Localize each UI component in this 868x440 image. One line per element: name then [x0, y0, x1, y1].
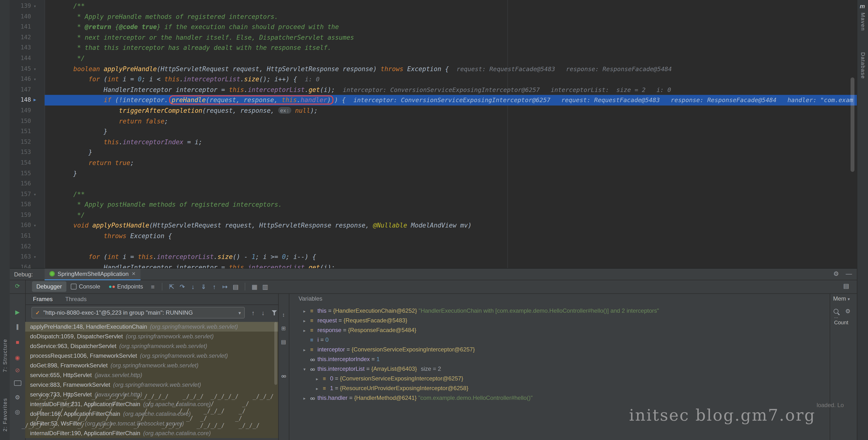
fold-marker-icon[interactable]: ▾	[31, 1, 39, 11]
frame-row[interactable]: doDispatch:1059, DispatcherServlet(org.s…	[25, 332, 278, 341]
variable-row[interactable]: ▸≡this = {HandlerExecutionChain@6252} "H…	[289, 306, 830, 315]
code-line[interactable]: }	[44, 126, 857, 137]
frame-row[interactable]: processRequest:1006, FrameworkServlet(or…	[25, 351, 278, 361]
code-line[interactable]: for (int i = this.interceptorList.size()…	[44, 252, 857, 262]
code-line[interactable]	[44, 179, 857, 189]
variable-row[interactable]: ▾oothis.interceptorList = {ArrayList@640…	[289, 364, 830, 374]
pause-icon[interactable]: ∥	[10, 323, 25, 330]
memory-view-icon[interactable]: ▤	[843, 282, 849, 290]
variable-row[interactable]: ▸≡1 = {ResourceUrlProviderExposingInterc…	[289, 383, 830, 393]
fold-marker-icon[interactable]: ▾	[31, 221, 39, 231]
code-line[interactable]: return true;	[44, 158, 857, 168]
gutter-line[interactable]: 152	[10, 137, 44, 147]
chevron-right-icon[interactable]: ▸	[303, 316, 310, 325]
gutter-line[interactable]: 148▶	[10, 95, 44, 105]
memory-title[interactable]: Mem ▾	[833, 295, 850, 302]
tab-frames[interactable]: Frames	[33, 296, 53, 302]
gutter-line[interactable]: 155	[10, 168, 44, 179]
gutter-line[interactable]: 150	[10, 116, 44, 126]
resume-icon[interactable]: ▶	[10, 309, 25, 315]
gutter-line[interactable]: 159	[10, 210, 44, 221]
gutter-line[interactable]: 160▾	[10, 221, 44, 231]
mute-breakpoints-icon[interactable]: ⊘	[10, 367, 25, 374]
chevron-right-icon[interactable]: ▸	[303, 306, 310, 315]
variable-row[interactable]: ▸oothis.handler = {HandlerMethod@6241} "…	[289, 393, 830, 403]
code-line[interactable]: }	[44, 147, 857, 158]
code-line[interactable]: throws Exception {	[44, 231, 857, 241]
frame-down-icon[interactable]: ↓	[261, 309, 265, 316]
hamburger-menu-icon[interactable]: ≡	[147, 283, 158, 290]
gutter-line[interactable]: 151	[10, 126, 44, 137]
frame-row[interactable]: doGet:898, FrameworkServlet(org.springfr…	[25, 361, 278, 370]
frame-row[interactable]: internalDoFilter:190, ApplicationFilterC…	[25, 428, 278, 438]
code-line[interactable]: * @return {@code true} if the execution …	[44, 22, 857, 32]
gutter-line[interactable]: 145▾	[10, 64, 44, 74]
gutter-line[interactable]: 141	[10, 22, 44, 32]
code-line[interactable]: */	[44, 210, 857, 221]
code-line[interactable]: */	[44, 53, 857, 64]
frame-row[interactable]: doService:963, DispatcherServlet(org.spr…	[25, 341, 278, 351]
view-breakpoints-icon[interactable]: ◉	[10, 354, 25, 361]
chevron-right-icon[interactable]: ▸	[303, 345, 310, 354]
variable-row[interactable]: ▸≡0 = {ConversionServiceExposingIntercep…	[289, 374, 830, 383]
code-line[interactable]: /**	[44, 1, 857, 11]
gutter-line[interactable]: 142	[10, 32, 44, 43]
step-over-icon[interactable]: ↷	[177, 283, 188, 290]
minimize-icon[interactable]: —	[846, 270, 852, 277]
gear-icon[interactable]: ⚙	[845, 308, 850, 315]
gutter-line[interactable]: 153	[10, 147, 44, 158]
fold-marker-icon[interactable]: ▾	[31, 189, 39, 199]
force-step-into-icon[interactable]: ⇓	[198, 283, 209, 290]
gutter-line[interactable]: 162	[10, 241, 44, 252]
sort-icon[interactable]: ↕	[278, 312, 289, 317]
gutter-line[interactable]: 149	[10, 105, 44, 116]
camera-icon[interactable]	[10, 380, 25, 387]
hide-library-frames-filter-icon[interactable]	[271, 310, 277, 315]
code-line[interactable]: * next interceptor or the handler itself…	[44, 32, 857, 43]
frame-row[interactable]: service:655, HttpServlet(javax.servlet.h…	[25, 370, 278, 380]
show-execution-point-icon[interactable]: ⇱	[166, 283, 177, 290]
sidebar-item-database[interactable]: Database	[860, 52, 866, 79]
sidebar-item-maven[interactable]: Maven	[860, 12, 866, 31]
search-icon[interactable]	[834, 309, 838, 314]
code-line[interactable]	[44, 241, 857, 252]
gutter-line[interactable]: 157▾	[10, 189, 44, 199]
chevron-down-icon[interactable]: ▾	[303, 365, 310, 374]
variable-row[interactable]: ▸≡response = {ResponseFacade@5484}	[289, 325, 830, 335]
tab-threads[interactable]: Threads	[65, 296, 87, 302]
code-line[interactable]: return false;	[44, 116, 857, 126]
gutter-line[interactable]: 156	[10, 179, 44, 189]
code-line[interactable]: HandlerInterceptor interceptor = this.in…	[44, 85, 857, 95]
gutter-line[interactable]: 143	[10, 43, 44, 53]
code-line[interactable]: for (int i = 0; i < this.interceptorList…	[44, 74, 857, 84]
code-line[interactable]: this.interceptorIndex = i;	[44, 137, 857, 147]
frames-scrollbar-thumb[interactable]	[274, 322, 277, 385]
gutter-line[interactable]: 144	[10, 53, 44, 64]
gutter-line[interactable]: 140	[10, 11, 44, 22]
code-line[interactable]: void applyPostHandle(HttpServletRequest …	[44, 221, 857, 231]
code-line[interactable]: }	[44, 168, 857, 179]
code-line[interactable]: boolean applyPreHandle(HttpServletReques…	[44, 64, 857, 74]
thread-selector-dropdown[interactable]: ✓ "http-nio-8080-exec-1"@5,223 in group …	[31, 307, 245, 318]
gutter-line[interactable]: 161	[10, 231, 44, 241]
frame-up-icon[interactable]: ↑	[251, 309, 255, 316]
variable-row[interactable]: oothis.interceptorIndex = 1	[289, 354, 830, 364]
step-into-icon[interactable]: ↓	[188, 283, 198, 290]
code-editor[interactable]: 138139▾140141142143144145▾146▾147148▶149…	[10, 0, 857, 268]
sidebar-item-favorites[interactable]: 2: Favorites	[2, 398, 8, 432]
editor-scrollbar-thumb[interactable]	[850, 77, 855, 172]
watches-glasses-icon[interactable]: oo	[278, 374, 289, 378]
gutter-line[interactable]: 139▾	[10, 1, 44, 11]
fold-marker-icon[interactable]: ▾	[31, 252, 39, 262]
gutter-line[interactable]: 163▾	[10, 252, 44, 262]
step-out-icon[interactable]: ↑	[209, 283, 220, 290]
variable-row[interactable]: ▸≡request = {RequestFacade@5483}	[289, 315, 830, 325]
code-area[interactable]: /** * Apply preHandle methods of registe…	[44, 0, 857, 268]
debug-session-tab[interactable]: SpringMemShellApplication ✕	[44, 268, 140, 280]
rows-icon[interactable]: ▤	[278, 339, 289, 345]
frame-row[interactable]: service:883, FrameworkServlet(org.spring…	[25, 380, 278, 390]
code-line[interactable]: if (!interceptor.preHandle(request, resp…	[44, 95, 857, 105]
tab-debugger[interactable]: Debugger	[32, 281, 66, 292]
run-to-cursor-icon[interactable]: ↦	[220, 283, 230, 290]
restore-layout-icon[interactable]: ▦	[249, 283, 260, 290]
